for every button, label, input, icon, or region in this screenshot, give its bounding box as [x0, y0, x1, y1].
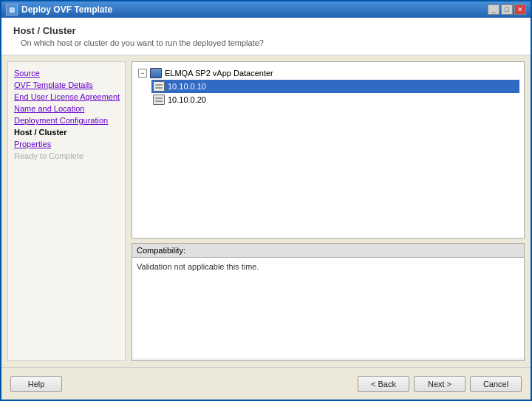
tree-expander-datacenter[interactable]: − [138, 69, 147, 78]
host2-label: 10.10.0.20 [168, 95, 206, 104]
back-button[interactable]: < Back [358, 376, 409, 392]
footer: Help < Back Next > Cancel [1, 367, 531, 400]
sidebar-item-name-location[interactable]: Name and Location [13, 103, 120, 114]
sidebar-item-ready: Ready to Complete [13, 151, 120, 161]
sidebar-item-host-cluster[interactable]: Host / Cluster [13, 127, 120, 137]
close-button[interactable]: ✕ [514, 4, 526, 15]
datacenter-label: ELMQA SP2 vApp Datacenter [165, 69, 273, 78]
sidebar-item-eula[interactable]: End User License Agreement [13, 92, 120, 102]
window-icon: ▦ [6, 4, 18, 16]
compatibility-header: Compatibility: [132, 244, 524, 258]
next-button[interactable]: Next > [414, 376, 466, 392]
server-icon-1 [153, 80, 165, 92]
help-button[interactable]: Help [10, 376, 62, 392]
tree-panel[interactable]: − ELMQA SP2 vApp Datacenter [132, 61, 525, 239]
right-panel: − ELMQA SP2 vApp Datacenter [132, 61, 525, 361]
main-content: SourceOVF Template DetailsEnd User Licen… [1, 55, 531, 367]
sidebar-item-deployment-config[interactable]: Deployment Configuration [13, 115, 120, 126]
title-bar: ▦ Deploy OVF Template _ □ ✕ [1, 1, 531, 18]
tree-children: 10.10.0.10 10.10.0.20 [137, 80, 519, 106]
deploy-ovf-window: ▦ Deploy OVF Template _ □ ✕ Host / Clust… [0, 0, 532, 401]
sidebar-item-source[interactable]: Source [13, 68, 120, 78]
datacenter-icon [150, 67, 162, 79]
page-title: Host / Cluster [13, 25, 519, 36]
minimize-button[interactable]: _ [488, 4, 499, 15]
host1-label: 10.10.0.10 [168, 82, 206, 91]
header-section: Host / Cluster On which host or cluster … [1, 18, 531, 55]
maximize-button[interactable]: □ [501, 4, 513, 15]
cancel-button[interactable]: Cancel [470, 376, 522, 392]
tree-item-host1[interactable]: 10.10.0.10 [151, 80, 519, 93]
tree-item-host2[interactable]: 10.10.0.20 [151, 93, 519, 106]
page-subtitle: On which host or cluster do you want to … [13, 38, 519, 47]
window-title: Deploy OVF Template [21, 4, 112, 15]
sidebar-item-properties[interactable]: Properties [13, 139, 120, 149]
sidebar-item-ovf-template-details[interactable]: OVF Template Details [13, 80, 120, 90]
window-controls: _ □ ✕ [488, 4, 526, 15]
compatibility-body: Validation not applicable this time. [132, 258, 524, 358]
compatibility-section: Compatibility: Validation not applicable… [132, 243, 525, 361]
tree-item-datacenter[interactable]: − ELMQA SP2 vApp Datacenter [137, 66, 519, 80]
server-icon-2 [153, 94, 165, 106]
footer-nav-buttons: < Back Next > Cancel [358, 376, 522, 392]
sidebar: SourceOVF Template DetailsEnd User Licen… [7, 61, 126, 361]
